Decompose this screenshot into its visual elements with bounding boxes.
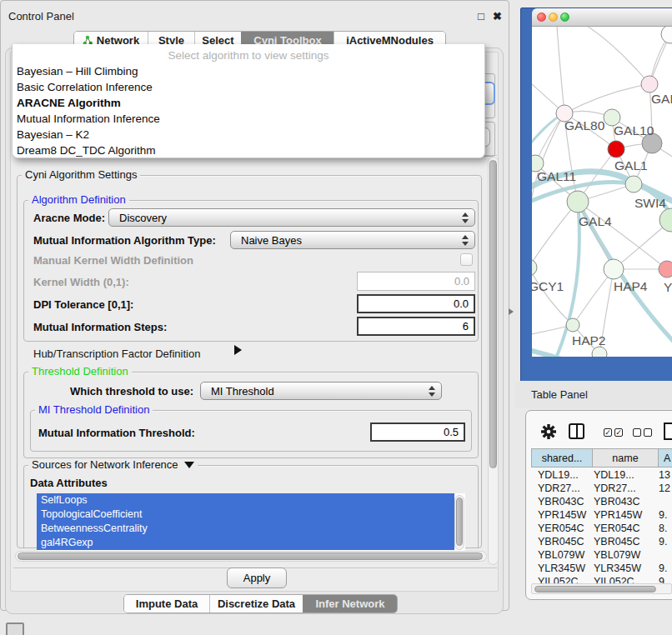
kernel-width-value: 0.0 [454, 275, 469, 288]
table-row[interactable]: YBR045C YBR045C 9. [0, 535, 672, 548]
table-panel-title: Table Panel [531, 388, 588, 401]
split-columns-icon[interactable] [569, 423, 584, 439]
checked-box-icon[interactable]: ✓ [614, 428, 623, 437]
gear-icon[interactable] [540, 423, 557, 440]
network-node-y[interactable] [659, 261, 672, 278]
popup-placeholder: Select algorithm to view settings [13, 49, 484, 62]
network-node-gal7[interactable] [641, 76, 658, 92]
tab-discretize-data-label: Discretize Data [218, 598, 295, 610]
tab-discretize-data[interactable]: Discretize Data [209, 595, 303, 612]
mi-threshold-field[interactable]: 0.5 [370, 422, 465, 442]
mac-zoom-icon[interactable] [560, 12, 569, 22]
kernel-width-field[interactable]: 0.0 [357, 272, 475, 291]
manual-kernel-label: Manual Kernel Width Definition [33, 254, 193, 267]
mi-steps-label: Mutual Information Steps: [33, 321, 167, 333]
splitpane-toggle-icon[interactable] [509, 308, 514, 315]
network-node-hap4[interactable] [604, 259, 624, 279]
table-hscrollbar[interactable] [531, 583, 672, 594]
hub-definition-label: Hub/Transcription Factor Definition [33, 348, 200, 360]
unchecked-box-icon[interactable] [644, 428, 652, 437]
cell: 8. [659, 522, 667, 534]
cell: YDR27... [594, 482, 636, 494]
cell: 12 [659, 482, 670, 494]
page-icon[interactable] [664, 422, 672, 440]
dpi-tolerance-field[interactable]: 0.0 [357, 294, 475, 313]
manual-kernel-checkbox[interactable] [460, 253, 473, 266]
table-row[interactable]: YBL079W YBL079W [0, 548, 672, 562]
network-canvas[interactable]: GAL7 GAL80 GAL10 GAL1 GAL11 SWI4 GAL4 GC… [532, 27, 672, 357]
cell: 9. [659, 562, 667, 574]
cell: 13 [659, 469, 670, 481]
collapse-down-icon[interactable] [184, 462, 194, 468]
control-panel-title: Control Panel [8, 10, 74, 22]
cell: YPR145W [538, 509, 586, 521]
menu-item[interactable]: Dream8 DC_TDC Algorithm [17, 144, 156, 157]
checked-box-icon[interactable]: ✓ [604, 428, 612, 437]
cell: YBR045C [594, 536, 640, 548]
table-hscrollbar-thumb[interactable] [534, 586, 656, 592]
mi-threshold-label: Mutual Information Threshold: [38, 427, 195, 439]
tab-infer-network[interactable]: Infer Network [303, 595, 397, 612]
expand-right-icon[interactable] [234, 345, 242, 355]
table-row[interactable]: YPR145W YPR145W 9. [0, 508, 672, 522]
tab-infer-network-label: Infer Network [315, 598, 384, 610]
menu-item[interactable]: Basic Correlation Inference [17, 81, 153, 93]
node-label: HAP4 [614, 279, 648, 293]
network-node-gal4[interactable] [567, 191, 589, 212]
network-node-hap2[interactable] [566, 318, 579, 332]
table-row[interactable]: YDR27... YDR27... 12 [0, 482, 672, 495]
network-node-gal1[interactable] [608, 141, 624, 158]
mi-steps-field[interactable]: 6 [357, 317, 475, 336]
table-row[interactable]: YER054C YER054C 8. [0, 522, 672, 535]
cell: 9. [659, 509, 667, 521]
which-threshold-value: MI Threshold [211, 385, 274, 398]
aracne-mode-select[interactable]: Discovery [108, 208, 475, 227]
column-header-label: name [612, 452, 638, 464]
tab-impute-data-label: Impute Data [136, 598, 198, 610]
cell: YDR27... [538, 482, 580, 494]
cell: YLR345W [594, 562, 641, 574]
network-node[interactable] [661, 27, 672, 43]
cell: YBR045C [538, 536, 584, 548]
close-icon[interactable]: ✖ [493, 11, 502, 22]
mi-algorithm-type-select[interactable]: Naive Bayes [230, 231, 475, 249]
mi-algorithm-type-label: Mutual Information Algorithm Type: [33, 234, 216, 247]
stepper-icon [462, 212, 469, 223]
stepper-icon [462, 235, 469, 246]
network-node-swi4[interactable] [625, 176, 642, 192]
settings-vscrollbar-thumb[interactable] [489, 160, 497, 468]
unchecked-box-icon[interactable] [633, 428, 641, 437]
mi-algorithm-type-value: Naive Bayes [241, 234, 302, 247]
mac-minimize-icon[interactable] [549, 12, 558, 22]
menu-item[interactable]: Mutual Information Inference [17, 112, 160, 125]
column-header-name[interactable]: name [592, 448, 659, 468]
float-window-icon[interactable]: □ [478, 11, 484, 22]
mi-steps-value: 6 [463, 320, 469, 332]
network-window-titlebar[interactable] [532, 8, 672, 27]
threshold-definition-title: Threshold Definition [28, 366, 132, 378]
cell: 9. [659, 536, 667, 548]
node-label: GAL7 [651, 92, 672, 106]
cell: YER054C [538, 522, 584, 534]
menu-item[interactable]: Bayesian – K2 [17, 128, 89, 141]
cell: YPR145W [594, 509, 642, 521]
collapsed-panel-icon[interactable] [6, 622, 24, 635]
column-header-shared[interactable]: shared... [531, 448, 593, 468]
mi-threshold-value: 0.5 [444, 426, 459, 438]
which-threshold-select[interactable]: MI Threshold [200, 382, 442, 400]
cell: YLR345W [538, 562, 585, 574]
column-header-partial[interactable]: A [658, 448, 672, 468]
cell: YBR043C [538, 496, 584, 508]
dpi-tolerance-label: DPI Tolerance [0,1]: [33, 298, 133, 311]
aracne-mode-value: Discovery [119, 212, 167, 224]
tab-impute-data[interactable]: Impute Data [124, 595, 209, 612]
table-row[interactable]: YBR043C YBR043C [0, 495, 672, 508]
network-node-gcy1[interactable] [532, 259, 537, 276]
menu-item[interactable]: Bayesian – Hill Climbing [17, 65, 138, 78]
table-row[interactable]: YLR345W YLR345W 9. [0, 562, 672, 575]
menu-item-selected[interactable]: ARACNE Algorithm [17, 97, 121, 109]
cyni-bottom-tabbar: Impute Data Discretize Data Infer Networ… [123, 594, 398, 613]
table-row[interactable]: YDL19... YDL19... 13 [0, 468, 672, 482]
mac-close-icon[interactable] [537, 12, 546, 22]
which-threshold-label: Which threshold to use: [70, 385, 193, 398]
